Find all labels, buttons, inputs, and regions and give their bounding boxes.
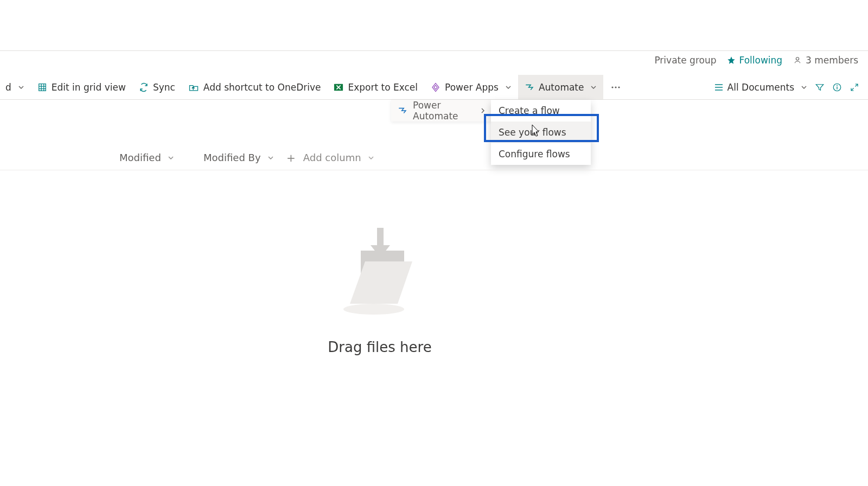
shortcut-label: Add shortcut to OneDrive xyxy=(203,82,321,93)
chevron-down-icon xyxy=(18,84,24,91)
person-icon xyxy=(793,56,802,65)
automate-icon xyxy=(525,82,534,92)
star-icon xyxy=(727,56,736,65)
svg-point-2 xyxy=(615,86,617,88)
power-apps-label: Power Apps xyxy=(445,82,499,93)
info-icon[interactable] xyxy=(832,82,842,92)
column-header-modified-by[interactable]: Modified By xyxy=(203,152,274,163)
see-your-flows-menuitem[interactable]: See your flows xyxy=(491,122,591,143)
empty-folder-illustration xyxy=(334,228,426,317)
list-view-icon xyxy=(714,84,723,91)
column-header-modified[interactable]: Modified xyxy=(119,152,174,163)
view-label: All Documents xyxy=(727,82,794,93)
sync-button[interactable]: Sync xyxy=(132,75,182,99)
plus-icon: + xyxy=(286,152,296,163)
expand-icon[interactable] xyxy=(850,82,859,92)
more-commands-button[interactable] xyxy=(603,75,628,99)
export-excel-button[interactable]: Export to Excel xyxy=(327,75,424,99)
automate-submenu[interactable]: Power Automate xyxy=(391,100,491,122)
svg-point-1 xyxy=(612,86,614,88)
add-shortcut-onedrive-button[interactable]: Add shortcut to OneDrive xyxy=(182,75,328,99)
automate-button[interactable]: Automate xyxy=(518,75,604,99)
create-flow-menuitem[interactable]: Create a flow xyxy=(491,100,591,122)
power-apps-icon xyxy=(431,82,441,92)
svg-point-6 xyxy=(343,304,404,315)
following-indicator[interactable]: Following xyxy=(727,55,782,66)
power-automate-label: Power Automate xyxy=(413,100,480,122)
column-header-row: Modified Modified By + Add column xyxy=(0,145,868,170)
ellipsis-icon xyxy=(611,86,621,89)
power-apps-button[interactable]: Power Apps xyxy=(424,75,518,99)
privacy-label: Private group xyxy=(654,55,716,66)
export-excel-label: Export to Excel xyxy=(348,82,418,93)
following-label: Following xyxy=(739,55,782,66)
chevron-down-icon xyxy=(168,155,174,161)
automate-label: Automate xyxy=(539,82,584,93)
chevron-right-icon xyxy=(480,107,486,114)
sync-label: Sync xyxy=(153,82,175,93)
members-count[interactable]: 3 members xyxy=(793,55,858,66)
edit-grid-label: Edit in grid view xyxy=(52,82,126,93)
power-automate-icon xyxy=(398,106,407,116)
svg-point-3 xyxy=(618,86,620,88)
empty-state-text: Drag files here xyxy=(328,339,431,355)
edit-grid-view-button[interactable]: Edit in grid view xyxy=(31,75,132,99)
add-column-button[interactable]: + Add column xyxy=(286,152,374,163)
chevron-down-icon xyxy=(368,155,374,161)
chevron-down-icon xyxy=(267,155,274,161)
command-bar: d Edit in grid view Sync Add shortcut to… xyxy=(0,75,868,100)
chevron-down-icon xyxy=(801,84,807,91)
chevron-down-icon xyxy=(505,84,512,91)
empty-state: Drag files here xyxy=(0,228,868,355)
sync-icon xyxy=(139,82,149,92)
svg-point-5 xyxy=(837,85,838,86)
chevron-down-icon xyxy=(590,84,597,91)
onedrive-shortcut-icon xyxy=(188,82,199,92)
grid-icon xyxy=(37,82,47,92)
view-selector[interactable]: All Documents xyxy=(714,82,807,93)
members-label: 3 members xyxy=(806,55,858,66)
excel-icon xyxy=(334,82,343,92)
filter-icon[interactable] xyxy=(815,82,825,92)
truncated-command[interactable]: d xyxy=(3,75,31,99)
